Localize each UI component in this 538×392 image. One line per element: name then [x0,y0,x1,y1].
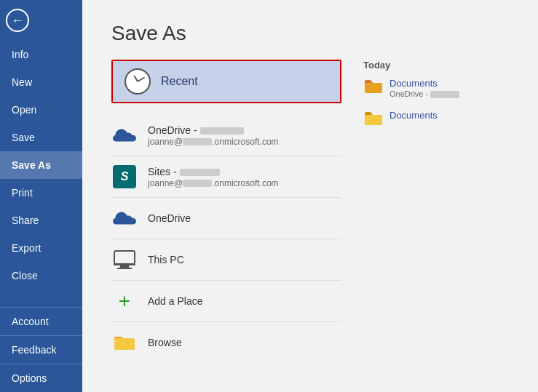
clock-icon [124,68,151,95]
browse-name: Browse [148,337,182,348]
recent-file-2[interactable]: Documents [363,110,509,132]
thispc-name: This PC [148,254,184,265]
file-1-name: Documents [389,78,459,89]
recent-button[interactable]: Recent [111,60,341,103]
sidebar-item-saveas[interactable]: Save As [0,151,82,179]
addaplace-info: Add a Place [148,295,203,307]
file-1-sub: OneDrive - [389,89,459,98]
onedrive-name: OneDrive - [148,124,279,136]
onedrive2-info: OneDrive [148,212,191,224]
sites-sub: joanne@.onmicrosoft.com [148,178,279,188]
recent-label: Recent [161,75,198,88]
location-item-browse[interactable]: Browse [111,322,341,363]
sidebar-item-feedback[interactable]: Feedback [0,335,82,364]
file-2-name: Documents [389,110,438,121]
back-button[interactable]: ← [0,3,35,38]
add-place-icon: + [111,288,138,314]
sidebar-item-account[interactable]: Account [0,307,82,335]
sidebar-bottom: Account Feedback Options [0,307,82,392]
sidebar-item-print[interactable]: Print [0,179,82,207]
svg-rect-1 [114,264,135,265]
sidebar-nav: Info New Open Save Save As Print Share E… [0,41,82,307]
recent-file-1[interactable]: Documents OneDrive - [363,78,509,100]
onedrive2-name: OneDrive [148,212,191,224]
sharepoint-icon: S [111,164,138,190]
content-area: Recent OneDrive - joanne@.onmicrosoft.co… [111,60,509,370]
sites-info: Sites - joanne@.onmicrosoft.com [148,166,279,188]
onedrive-icon [111,122,138,148]
folder-yellow-icon [363,110,384,132]
location-item-sites[interactable]: S Sites - joanne@.onmicrosoft.com [111,156,341,198]
svg-rect-2 [120,265,129,268]
sidebar-item-share[interactable]: Share [0,207,82,234]
file-1-info: Documents OneDrive - [389,78,459,98]
sidebar: ← Info New Open Save Save As Print Share… [0,0,82,392]
browse-info: Browse [148,337,182,348]
sidebar-item-close[interactable]: Close [0,262,82,289]
pc-icon [111,247,138,273]
right-panel: Today Documents OneDrive - [363,60,509,370]
page-title: Save As [111,22,509,45]
today-label: Today [363,60,509,71]
file-2-info: Documents [389,110,438,121]
sidebar-item-export[interactable]: Export [0,234,82,262]
sidebar-item-info[interactable]: Info [0,41,82,68]
onedrive-info: OneDrive - joanne@.onmicrosoft.com [148,124,279,147]
sidebar-item-save[interactable]: Save [0,124,82,151]
main-content: Save As Recent OneDrive - [82,0,538,392]
addaplace-name: Add a Place [148,295,203,307]
onedrive-sub: joanne@.onmicrosoft.com [148,137,279,147]
sidebar-item-open[interactable]: Open [0,96,82,124]
left-panel: Recent OneDrive - joanne@.onmicrosoft.co… [111,60,341,370]
location-item-onedrive[interactable]: OneDrive - joanne@.onmicrosoft.com [111,115,341,156]
sites-name: Sites - [148,166,279,177]
location-item-thispc[interactable]: This PC [111,239,341,281]
sidebar-item-new[interactable]: New [0,68,82,96]
svg-rect-3 [117,268,132,269]
thispc-info: This PC [148,254,184,265]
svg-rect-0 [114,251,135,264]
location-item-addaplace[interactable]: + Add a Place [111,281,341,322]
sidebar-item-options[interactable]: Options [0,364,82,392]
location-item-onedrive2[interactable]: OneDrive [111,198,341,239]
onedrive2-icon [111,205,138,231]
folder-orange-icon [363,78,384,100]
back-arrow-icon: ← [6,9,29,32]
browse-icon [111,329,138,356]
